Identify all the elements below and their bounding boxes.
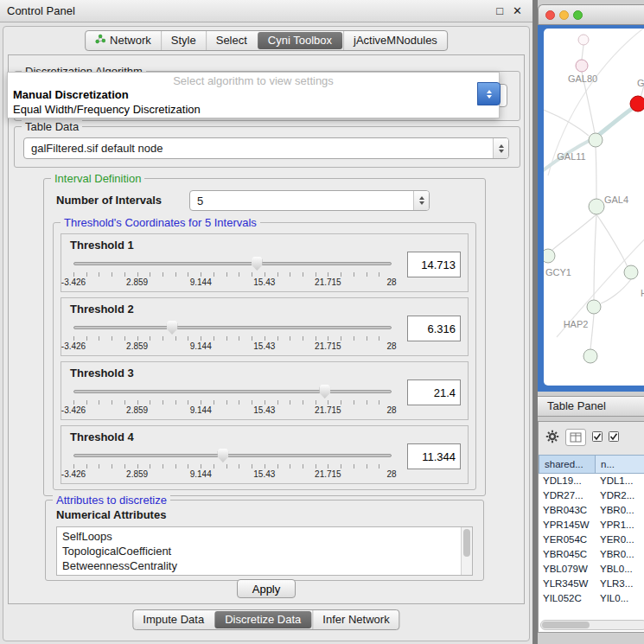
scale-label: 2.859 [126, 277, 148, 287]
threshold-value-input[interactable] [407, 379, 461, 405]
network-icon [95, 31, 105, 50]
table-row[interactable]: YER054CYER0... [539, 532, 644, 547]
tab-impute-data[interactable]: Impute Data [133, 610, 214, 629]
node-label: GAL4 [604, 194, 628, 205]
control-panel-window: Control Panel □ ✕ Network St [0, 0, 532, 644]
column-header-name[interactable]: n... [596, 455, 644, 474]
list-item[interactable]: TopologicalCoefficient [57, 544, 472, 558]
scale-label: 9.144 [190, 277, 212, 287]
scale-label: 28 [386, 341, 396, 351]
apply-button[interactable]: Apply [237, 579, 296, 598]
tab-style[interactable]: Style [161, 31, 206, 50]
close-traffic-light[interactable] [545, 10, 555, 20]
gear-icon[interactable] [545, 430, 559, 446]
tab-discretize-data[interactable]: Discretize Data [214, 611, 311, 628]
close-window-button[interactable]: ✕ [513, 4, 522, 17]
scrollbar-thumb[interactable] [463, 529, 470, 557]
table-rows: YDL19...YDL1... YDR27...YDR2... YBR043CY… [539, 474, 644, 632]
popup-option-manual-discretization[interactable]: Manual Discretization [8, 87, 499, 102]
zoom-traffic-light[interactable] [573, 10, 583, 20]
checkbox-icon[interactable] [609, 431, 619, 444]
table-row[interactable]: YBR043CYBR0... [539, 503, 644, 518]
slider-track[interactable] [73, 390, 392, 393]
tab-label: jActiveMNodules [354, 31, 437, 50]
slider-thumb[interactable] [217, 449, 228, 462]
combo-stepper-icon[interactable] [493, 138, 508, 158]
threshold-slider[interactable] [73, 384, 392, 399]
scale-label: 15.43 [253, 405, 275, 415]
slider-track[interactable] [73, 326, 392, 329]
tab-infer-network[interactable]: Infer Network [312, 610, 399, 629]
right-region: GAL80 GAL11 GAL4 GCY1 HAP2 GA H Table Pa… [538, 0, 644, 644]
list-item[interactable]: SelfLoops [57, 527, 472, 544]
algorithm-combo-stepper-icon[interactable] [477, 82, 501, 105]
slider-thumb[interactable] [319, 385, 330, 399]
combo-value: galFiltered.sif default node [24, 138, 493, 158]
tab-label: Infer Network [322, 610, 389, 629]
table-row[interactable]: YBR045CYBR0... [539, 547, 644, 562]
vertical-scrollbar[interactable] [461, 527, 472, 575]
list-item[interactable]: BetweennessCentrality [57, 558, 472, 573]
table-panel-window: shared... n... YDL19...YDL1... YDR27...Y… [538, 421, 644, 633]
slider-thumb[interactable] [167, 321, 178, 335]
threshold-slider[interactable] [73, 448, 392, 462]
tab-select[interactable]: Select [206, 31, 257, 50]
combo-stepper-icon[interactable] [413, 191, 429, 210]
slider-ticks [73, 400, 392, 405]
tab-jactivemnodules[interactable]: jActiveMNodules [343, 31, 447, 50]
network-node[interactable] [578, 35, 589, 45]
table-row[interactable]: YIL052CYIL0... [539, 591, 644, 606]
scale-label: 21.715 [315, 277, 341, 287]
table-row[interactable]: YLR345WYLR3... [539, 577, 644, 591]
network-node[interactable] [624, 265, 638, 279]
network-node[interactable] [587, 300, 601, 314]
network-node[interactable] [583, 349, 597, 363]
table-row[interactable]: YPR145WYPR1... [539, 518, 644, 532]
network-node[interactable] [589, 199, 604, 214]
attributes-listbox: SelfLoops TopologicalCoefficient Between… [56, 526, 473, 576]
threshold-value-input[interactable] [407, 316, 461, 341]
threshold-slider[interactable] [73, 320, 392, 335]
popup-option-equal-width[interactable]: Equal Width/Frequency Discretization [8, 102, 499, 117]
columns-button[interactable] [565, 429, 586, 446]
slider-thumb[interactable] [252, 257, 263, 271]
tab-network[interactable]: Network [86, 31, 161, 50]
minimize-traffic-light[interactable] [559, 10, 569, 20]
group-label: Table Data [22, 120, 82, 133]
slider-track[interactable] [73, 454, 392, 457]
network-graph: GAL80 GAL11 GAL4 GCY1 HAP2 GA H [544, 29, 644, 386]
cyni-toolbox-panel: Discretization Algorithm Table Data galF… [8, 54, 525, 604]
tab-label: Network [110, 31, 151, 50]
checkbox-icon[interactable] [592, 431, 603, 444]
float-window-button[interactable]: □ [496, 4, 503, 17]
table-data-combobox[interactable]: galFiltered.sif default node [23, 137, 509, 159]
network-node[interactable] [544, 249, 555, 263]
column-header-shared-name[interactable]: shared... [539, 455, 596, 474]
cell: YDR27... [539, 488, 596, 503]
tab-cyni-toolbox[interactable]: Cyni Toolbox [258, 32, 342, 49]
scrollbar-thumb[interactable] [542, 622, 590, 628]
network-node[interactable] [576, 60, 588, 72]
threshold-value-input[interactable] [407, 252, 461, 277]
number-of-intervals-combobox[interactable]: 5 [189, 190, 430, 211]
cell: YBR043C [539, 503, 596, 518]
table-row[interactable]: YBL079WYBL0... [539, 562, 644, 577]
scale-label: 28 [386, 405, 396, 415]
tab-label: Discretize Data [225, 611, 301, 628]
node-label: HAP2 [564, 319, 589, 329]
window-title: Control Panel [7, 4, 75, 17]
table-row[interactable]: YDR27...YDR2... [539, 488, 644, 503]
group-label: Interval Definition [51, 172, 144, 185]
threshold-value-input[interactable] [407, 443, 461, 469]
horizontal-scrollbar[interactable] [540, 620, 644, 630]
selected-network-node[interactable] [630, 96, 644, 112]
slider-scale: -3.426 2.859 9.144 15.43 21.715 28 [73, 341, 392, 352]
table-row[interactable]: YDL19...YDL1... [539, 474, 644, 488]
threshold-slider[interactable] [73, 256, 392, 271]
slider-track[interactable] [73, 262, 392, 265]
control-panel-titlebar: Control Panel □ ✕ [0, 0, 532, 22]
network-canvas[interactable]: GAL80 GAL11 GAL4 GCY1 HAP2 GA H [544, 29, 644, 386]
scale-label: 9.144 [190, 341, 212, 351]
network-node[interactable] [589, 133, 603, 147]
cell: YPR145W [539, 518, 596, 532]
